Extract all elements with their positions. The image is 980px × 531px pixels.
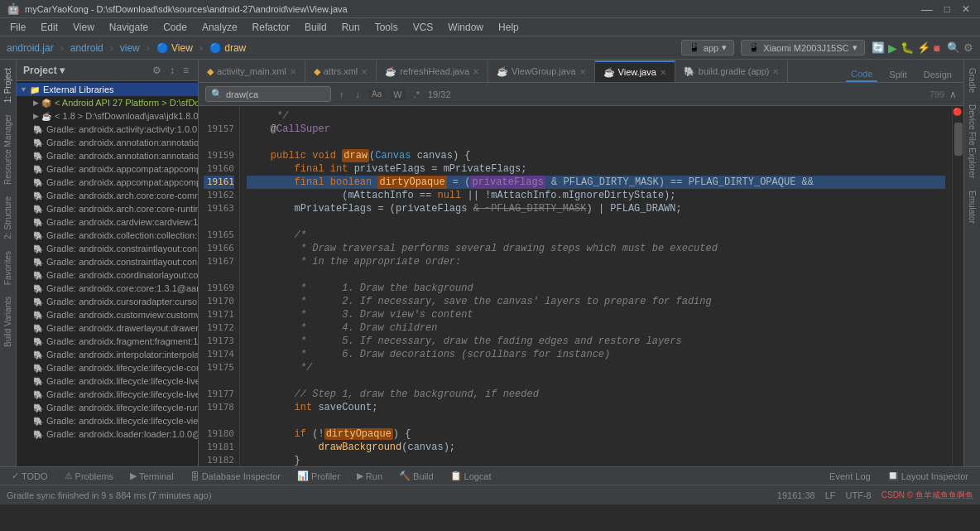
tab-close-2[interactable]: ✕ [361, 67, 368, 76]
right-tab-emulator[interactable]: Emulator [965, 186, 979, 229]
stop-btn[interactable]: ■ [934, 41, 940, 55]
tree-item-gradle-appcompat[interactable]: 🐘 Gradle: androidx.appcompat:appcompat:1… [17, 162, 198, 176]
whole-word-btn[interactable]: W [390, 89, 405, 100]
status-encoding[interactable]: UTF-8 [846, 490, 872, 500]
device-selector[interactable]: 📱 Xiaomi M2003J15SC ▾ [741, 40, 864, 56]
code-content[interactable]: */ @CallSuper public void draw(Canvas ca… [240, 106, 952, 466]
status-line-col[interactable]: 19161:38 [777, 490, 815, 500]
tree-item-gradle-interpolator[interactable]: 🐘 Gradle: androidx.interpolator:interpol… [17, 348, 198, 361]
nav-android-jar[interactable]: android.jar [7, 42, 54, 54]
app-selector[interactable]: 📱 app ▾ [681, 40, 734, 56]
project-collapse-btn[interactable]: ↕ [167, 63, 177, 78]
right-tab-device-file[interactable]: Device File Explorer [965, 99, 979, 183]
close-button[interactable]: ✕ [958, 3, 973, 15]
maximize-button[interactable]: □ [941, 3, 954, 15]
tab-build-gradle[interactable]: 🐘 build.gradle (app) ✕ [675, 60, 789, 82]
tree-item-gradle-core[interactable]: 🐘 Gradle: androidx.core:core:1.3.1@aar [17, 282, 198, 295]
search-prev-btn[interactable]: ↑ [336, 88, 348, 101]
menu-item-file[interactable]: File [3, 20, 32, 35]
tab-refresh-head[interactable]: ☕ refreshHead.java ✕ [377, 60, 488, 82]
menu-item-analyze[interactable]: Analyze [195, 20, 244, 35]
window-controls[interactable]: — □ ✕ [918, 2, 973, 16]
split-view-btn[interactable]: Split [884, 68, 911, 81]
sync-btn[interactable]: 🔄 [872, 41, 885, 54]
regex-btn[interactable]: .* [411, 88, 423, 101]
tree-item-gradle-appcompat-res[interactable]: 🐘 Gradle: androidx.appcompat:appcompat-r… [17, 176, 198, 189]
code-view-btn[interactable]: Code [846, 67, 877, 82]
bottom-tab-database[interactable]: 🗄 Database Inspector [185, 470, 286, 483]
tab-close-3[interactable]: ✕ [473, 67, 479, 76]
bottom-tab-logcat[interactable]: 📋 Logcat [445, 469, 497, 483]
tree-item-gradle-activity[interactable]: 🐘 Gradle: androidx.activity:activity:1.0… [17, 123, 198, 136]
tree-item-gradle-lc-runtime[interactable]: 🐘 Gradle: androidx.lifecycle:lifecycle-r… [17, 401, 198, 414]
left-tab-build-variants[interactable]: Build Variants [1, 292, 15, 352]
tab-close-4[interactable]: ✕ [579, 67, 586, 76]
code-editor[interactable]: 19157 19159 19160 19161 19162 19163 1916… [199, 106, 963, 466]
tree-item-gradle-constraint-solver[interactable]: 🐘 Gradle: androidx.constraintlayout:cons… [17, 255, 198, 268]
tree-item-gradle-collection[interactable]: 🐘 Gradle: androidx.collection:collection… [17, 229, 198, 242]
match-case-btn[interactable]: Aa [368, 89, 385, 99]
tree-item-gradle-constraint[interactable]: 🐘 Gradle: androidx.constraintlayout:cons… [17, 242, 198, 255]
menu-item-help[interactable]: Help [492, 20, 526, 35]
right-scrollbar[interactable]: 🔴 [952, 106, 963, 466]
tree-item-gradle-lc-viewmodel[interactable]: 🐘 Gradle: androidx.lifecycle:lifecycle-v… [17, 414, 198, 427]
menu-item-refactor[interactable]: Refactor [246, 20, 296, 35]
tree-item-gradle-cursor[interactable]: 🐘 Gradle: androidx.cursoradapter:cursora… [17, 295, 198, 308]
bottom-tab-terminal[interactable]: ▶ Terminal [125, 469, 179, 483]
tree-item-jdk[interactable]: ▶ ☕ < 1.8 > D:\sfDownload\java\jdk1.8.0_… [17, 109, 198, 123]
project-settings-btn[interactable]: ⚙ [150, 63, 164, 78]
tree-item-gradle-drawer[interactable]: 🐘 Gradle: androidx.drawerlayout:drawerla… [17, 321, 198, 335]
tab-close-5[interactable]: ✕ [660, 68, 666, 77]
tree-item-gradle-loader[interactable]: 🐘 Gradle: androidx.loader:loader:1.0.0@a… [17, 427, 198, 441]
left-tab-resource[interactable]: Resource Manager [1, 109, 15, 190]
left-tab-structure[interactable]: 2: Structure [1, 191, 15, 244]
tree-item-gradle-lc-livedata[interactable]: 🐘 Gradle: androidx.lifecycle:lifecycle-l… [17, 374, 198, 388]
left-tab-favorites[interactable]: Favorites [1, 246, 15, 290]
tree-item-android-api[interactable]: ▶ 📦 < Android API 27 Platform > D:\sfDow… [17, 96, 198, 109]
bottom-tab-event-log[interactable]: Event Log [824, 470, 876, 483]
menu-item-edit[interactable]: Edit [34, 20, 65, 35]
project-options-btn[interactable]: ≡ [180, 63, 191, 78]
tree-item-gradle-cardview[interactable]: 🐘 Gradle: androidx.cardview:cardview:1.0… [17, 215, 198, 229]
right-tab-gradle[interactable]: Gradle [965, 63, 979, 98]
bottom-tab-layout-inspector[interactable]: 🔲 Layout Inspector [882, 469, 973, 483]
menu-item-code[interactable]: Code [156, 20, 194, 35]
nav-draw-method[interactable]: 🔵 draw [209, 42, 246, 54]
tab-close-1[interactable]: ✕ [290, 67, 296, 76]
search-everywhere-btn[interactable]: 🔍 [947, 41, 960, 54]
debug-btn[interactable]: 🐛 [901, 41, 914, 54]
run-debug-btn[interactable]: ▶ [888, 41, 897, 55]
search-next-btn[interactable]: ↓ [353, 88, 364, 101]
search-box[interactable]: 🔍 [205, 86, 331, 102]
nav-android[interactable]: android [70, 42, 103, 54]
search-input[interactable] [226, 89, 325, 99]
tab-viewgroup[interactable]: ☕ ViewGroup.java ✕ [488, 60, 594, 82]
left-tab-project[interactable]: 1: Project [1, 63, 15, 108]
menu-item-window[interactable]: Window [441, 20, 490, 35]
settings-btn[interactable]: ⚙ [963, 41, 973, 54]
scroll-thumb[interactable] [954, 123, 963, 156]
menu-item-tools[interactable]: Tools [368, 20, 405, 35]
tree-item-gradle-customview[interactable]: 🐘 Gradle: androidx.customview:customview… [17, 308, 198, 321]
menu-item-vcs[interactable]: VCS [406, 20, 440, 35]
tab-view-java[interactable]: ☕ View.java ✕ [595, 60, 675, 82]
tab-close-6[interactable]: ✕ [772, 67, 779, 76]
bottom-tab-build[interactable]: 🔨 Build [394, 469, 438, 483]
design-view-btn[interactable]: Design [919, 68, 957, 81]
tree-item-external-libs[interactable]: ▼ 📁 External Libraries [17, 83, 198, 96]
bottom-tab-profiler[interactable]: 📊 Profiler [292, 469, 345, 483]
collapse-icon[interactable]: ∧ [949, 89, 957, 100]
tree-item-gradle-annot-exp[interactable]: 🐘 Gradle: androidx.annotation:annotation… [17, 149, 198, 162]
tree-item-gradle-coordinator[interactable]: 🐘 Gradle: androidx.coordinatorlayout:coo… [17, 268, 198, 282]
profile-btn[interactable]: ⚡ [917, 41, 930, 54]
bottom-tab-todo[interactable]: ✓ TODO [7, 469, 53, 483]
tree-item-gradle-fragment[interactable]: 🐘 Gradle: androidx.fragment:fragment:1.1… [17, 335, 198, 348]
menu-item-build[interactable]: Build [298, 20, 334, 35]
tree-item-gradle-arch-common[interactable]: 🐘 Gradle: androidx.arch.core:core-common… [17, 189, 198, 202]
bottom-tab-problems[interactable]: ⚠ Problems [60, 469, 118, 483]
menu-item-run[interactable]: Run [335, 20, 367, 35]
menu-item-navigate[interactable]: Navigate [103, 20, 155, 35]
bottom-tab-run[interactable]: ▶ Run [352, 469, 387, 483]
status-lf[interactable]: LF [825, 490, 836, 500]
nav-view-pkg[interactable]: view [120, 42, 140, 54]
